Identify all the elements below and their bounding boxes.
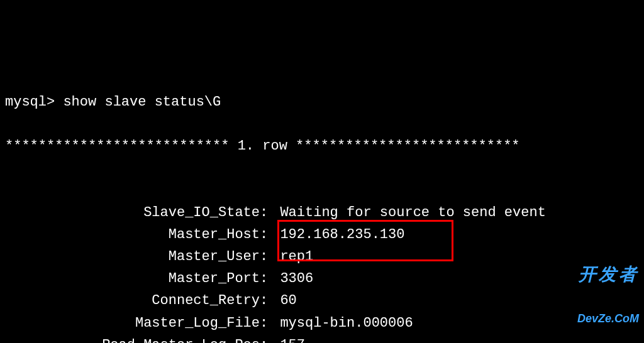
field-colon: : [260,224,280,246]
field-label: Master_User [5,246,260,268]
field-label: Connect_Retry [5,290,260,312]
field-colon: : [260,268,280,290]
field-label: Master_Port [5,268,260,290]
field-label: Master_Log_File [5,312,260,334]
field-value: 3306 [280,268,313,290]
field-value: 192.168.235.130 [280,224,404,246]
row-stars-left: *************************** [5,138,238,154]
mysql-command: show slave status\G [63,94,221,110]
field-row-connect_retry: Connect_Retry: 60 [5,290,639,312]
field-colon: : [260,312,280,334]
mysql-prompt: mysql> [5,94,63,110]
field-value: 60 [280,290,296,312]
field-row-master_user: Master_User: rep1 [5,246,639,268]
field-label: Slave_IO_State [5,202,260,224]
row-separator: *************************** 1. row *****… [5,135,639,157]
field-row-read_master_log_pos: Read_Master_Log_Pos: 157 [5,334,639,343]
field-row-master_port: Master_Port: 3306 [5,268,639,290]
field-colon: : [260,202,280,224]
field-colon: : [260,246,280,268]
row-number: 1. row [238,138,287,154]
field-value: Waiting for source to send event [280,202,545,224]
field-value: rep1 [280,246,313,268]
slave-status-fields: Slave_IO_State: Waiting for source to se… [5,202,639,343]
field-colon: : [260,290,280,312]
row-stars-right: *************************** [287,138,520,154]
field-row-master_log_file: Master_Log_File: mysql-bin.000006 [5,312,639,334]
field-value: 157 [280,334,305,343]
field-row-slave_io_state: Slave_IO_State: Waiting for source to se… [5,202,639,224]
terminal-command-line[interactable]: mysql> show slave status\G [5,91,639,113]
highlight-master-host: 192.168.235.130 [280,224,404,246]
field-colon: : [260,334,280,343]
field-label: Read_Master_Log_Pos [5,334,260,343]
field-label: Master_Host [5,224,260,246]
field-row-master_host: Master_Host: 192.168.235.130 [5,224,639,246]
field-value: mysql-bin.000006 [280,312,413,334]
